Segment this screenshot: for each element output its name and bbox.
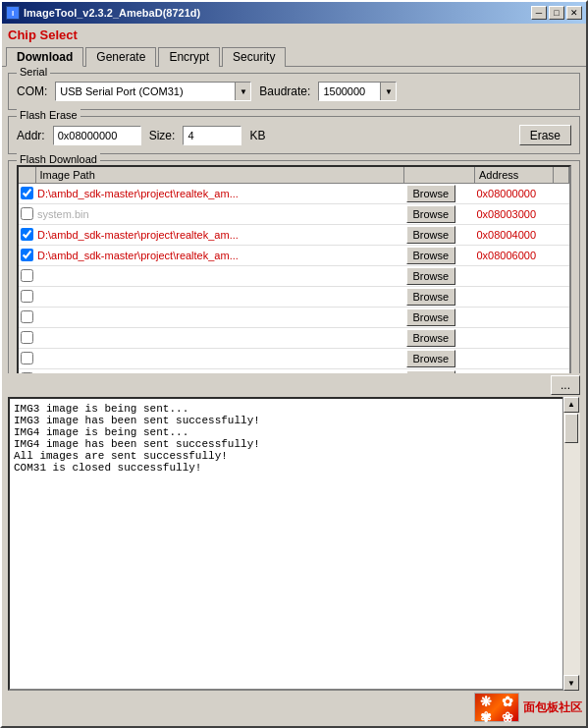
browse-button-0[interactable]: Browse bbox=[406, 185, 456, 202]
minimize-button[interactable]: ─ bbox=[531, 6, 547, 20]
threedot-row: ... bbox=[2, 373, 586, 397]
row-checkbox-6[interactable] bbox=[21, 310, 33, 323]
title-bar: I ImageTool_v2.3.2_AmebaD(8721d) ─ □ ✕ bbox=[2, 2, 586, 24]
address-cell-6 bbox=[475, 308, 554, 328]
log-line: IMG3 image has been sent successfully! bbox=[14, 415, 559, 426]
row-checkbox-0[interactable] bbox=[21, 187, 33, 199]
address-cell-4 bbox=[475, 266, 554, 287]
maximize-button[interactable]: □ bbox=[549, 6, 564, 20]
com-select-dropdown[interactable]: USB Serial Port (COM31) ▼ bbox=[55, 82, 251, 101]
table-row: D:\ambd_sdk-master\project\realtek_am...… bbox=[19, 246, 569, 266]
addr-input[interactable] bbox=[53, 126, 141, 145]
browse-button-4[interactable]: Browse bbox=[406, 267, 456, 285]
address-cell-8 bbox=[475, 349, 554, 369]
address-cell-7 bbox=[475, 328, 554, 349]
address-cell-0: 0x08000000 bbox=[475, 184, 554, 204]
browse-button-6[interactable]: Browse bbox=[406, 308, 456, 326]
flash-erase-row: Addr: Size: KB Erase bbox=[17, 121, 571, 145]
path-cell-9 bbox=[35, 369, 404, 373]
serial-group-title: Serial bbox=[17, 67, 50, 78]
tab-encrypt[interactable]: Encrypt bbox=[158, 47, 220, 67]
path-cell-4 bbox=[35, 266, 404, 287]
log-scrollbar: ▲ ▼ bbox=[562, 397, 580, 692]
row-checkbox-7[interactable] bbox=[21, 331, 33, 344]
log-line: IMG4 image has been sent successfully! bbox=[14, 438, 559, 450]
log-area: IMG3 image is being sent...IMG3 image ha… bbox=[8, 397, 580, 692]
log-scroll-thumb[interactable] bbox=[564, 414, 578, 443]
size-label: Size: bbox=[149, 129, 176, 142]
row-checkbox-2[interactable] bbox=[21, 228, 33, 241]
log-scroll-up[interactable]: ▲ bbox=[563, 397, 579, 413]
log-line: COM31 is closed successfully! bbox=[14, 462, 559, 474]
path-cell-3: D:\ambd_sdk-master\project\realtek_am... bbox=[35, 246, 404, 266]
table-row: Browse bbox=[19, 349, 569, 369]
watermark-container: ❋✿✾❀ 面包板社区 bbox=[474, 693, 582, 722]
table-row: Browse bbox=[19, 369, 569, 373]
log-container: IMG3 image is being sent...IMG3 image ha… bbox=[8, 397, 580, 692]
main-content: Serial COM: USB Serial Port (COM31) ▼ Ba… bbox=[2, 67, 586, 373]
flash-erase-title: Flash Erase bbox=[17, 109, 80, 121]
flash-erase-group: Flash Erase Addr: Size: KB Erase bbox=[8, 116, 580, 154]
log-scroll-track bbox=[563, 413, 580, 676]
size-input[interactable] bbox=[183, 126, 241, 145]
close-button[interactable]: ✕ bbox=[566, 6, 582, 20]
col-scroll bbox=[554, 167, 569, 184]
address-cell-1: 0x08003000 bbox=[475, 204, 554, 225]
erase-button[interactable]: Erase bbox=[519, 125, 571, 145]
log-line: All images are sent successfully! bbox=[14, 450, 559, 462]
row-checkbox-5[interactable] bbox=[21, 290, 33, 303]
col-check bbox=[19, 167, 35, 184]
watermark-text: 面包板社区 bbox=[523, 700, 582, 716]
com-label: COM: bbox=[17, 84, 47, 98]
log-line: IMG4 image is being sent... bbox=[14, 426, 559, 438]
tab-generate[interactable]: Generate bbox=[85, 47, 156, 67]
file-table-container: Image Path Address D:\ambd_sdk-master\pr… bbox=[17, 165, 571, 373]
path-cell-8 bbox=[35, 349, 404, 369]
browse-button-2[interactable]: Browse bbox=[406, 226, 456, 244]
browse-button-9[interactable]: Browse bbox=[406, 370, 456, 373]
browse-button-1[interactable]: Browse bbox=[406, 205, 456, 223]
browse-button-7[interactable]: Browse bbox=[406, 329, 456, 347]
tab-security[interactable]: Security bbox=[222, 47, 286, 67]
baudrate-label: Baudrate: bbox=[259, 84, 310, 98]
baudrate-dropdown-arrow[interactable]: ▼ bbox=[380, 83, 396, 100]
window-controls: ─ □ ✕ bbox=[531, 6, 582, 20]
browse-button-3[interactable]: Browse bbox=[406, 247, 456, 264]
path-cell-6 bbox=[35, 308, 404, 328]
tabs-bar: Download Generate Encrypt Security bbox=[2, 46, 586, 67]
table-row: system.binBrowse0x08003000 bbox=[19, 204, 569, 225]
path-cell-5 bbox=[35, 287, 404, 308]
table-row: Browse bbox=[19, 266, 569, 287]
table-row: Browse bbox=[19, 328, 569, 349]
table-row: Browse bbox=[19, 308, 569, 328]
flash-download-group: Flash Download Image Path Address D:\amb… bbox=[8, 160, 580, 373]
col-address-header: Address bbox=[475, 167, 554, 184]
row-checkbox-8[interactable] bbox=[21, 352, 33, 364]
file-table: Image Path Address D:\ambd_sdk-master\pr… bbox=[19, 167, 569, 373]
bottom-bar: ❋✿✾❀ 面包板社区 bbox=[2, 693, 586, 726]
watermark-logo: ❋✿✾❀ bbox=[474, 693, 519, 722]
address-cell-9 bbox=[475, 369, 554, 373]
serial-group: Serial COM: USB Serial Port (COM31) ▼ Ba… bbox=[8, 73, 580, 110]
col-path-header: Image Path bbox=[35, 167, 404, 184]
log-line: IMG3 image is being sent... bbox=[14, 403, 559, 415]
window-title: ImageTool_v2.3.2_AmebaD(8721d) bbox=[24, 7, 200, 19]
table-row: Browse bbox=[19, 287, 569, 308]
row-checkbox-9[interactable] bbox=[21, 372, 33, 373]
flash-download-title: Flash Download bbox=[17, 153, 100, 165]
row-checkbox-4[interactable] bbox=[21, 269, 33, 282]
threedot-button[interactable]: ... bbox=[551, 375, 580, 395]
path-cell-0: D:\ambd_sdk-master\project\realtek_am... bbox=[35, 184, 404, 204]
browse-button-8[interactable]: Browse bbox=[406, 350, 456, 367]
row-checkbox-1[interactable] bbox=[21, 207, 33, 220]
tab-download[interactable]: Download bbox=[6, 47, 83, 67]
com-dropdown-arrow[interactable]: ▼ bbox=[235, 83, 250, 100]
baudrate-dropdown[interactable]: 1500000 ▼ bbox=[318, 82, 397, 101]
browse-button-5[interactable]: Browse bbox=[406, 288, 456, 306]
address-cell-2: 0x08004000 bbox=[475, 225, 554, 246]
path-cell-7 bbox=[35, 328, 404, 349]
path-cell-2: D:\ambd_sdk-master\project\realtek_am... bbox=[35, 225, 404, 246]
path-cell-1: system.bin bbox=[35, 204, 404, 225]
row-checkbox-3[interactable] bbox=[21, 249, 33, 261]
log-scroll-down[interactable]: ▼ bbox=[563, 675, 579, 691]
